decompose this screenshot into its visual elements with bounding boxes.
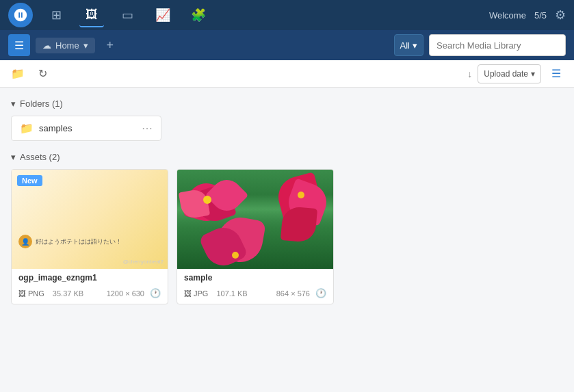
refresh-button[interactable]: ↻	[33, 64, 52, 83]
ogp-watermark: @cherryontreal2	[123, 259, 164, 265]
cloud-icon: ☁	[42, 40, 51, 51]
chevron-down-icon: ▾	[83, 40, 88, 51]
asset-size-ogp: 35.37 KB	[53, 289, 83, 298]
folder-item[interactable]: 📁 samples ⋯	[11, 116, 161, 141]
menu-button[interactable]: ☰	[8, 34, 30, 56]
sort-arrow-icon: ↓	[467, 68, 472, 79]
folder-more-button[interactable]: ⋯	[142, 122, 153, 135]
image-icon: 🖼	[18, 289, 26, 298]
asset-card-sample[interactable]: sample 🖼 JPG 107.1 KB 864 × 576 🕐	[177, 169, 334, 304]
image-icon-sample: 🖼	[184, 289, 192, 298]
analytics-nav-icon[interactable]: 📈	[151, 3, 175, 27]
search-input[interactable]	[429, 34, 566, 56]
welcome-text: Welcome	[489, 10, 526, 21]
filter-value: All	[400, 40, 410, 51]
home-label: Home	[55, 40, 79, 51]
asset-dims-sample: 864 × 576	[276, 289, 310, 298]
folder-view-icon[interactable]: 📁	[8, 64, 27, 83]
toolbar: 📁 ↻ ↓ Upload date ▾ ☰ Prev...	[0, 60, 574, 88]
assets-chevron-icon: ▾	[11, 152, 16, 162]
sample-thumbnail	[177, 170, 333, 269]
folder-icon: 📁	[20, 122, 34, 135]
folders-chevron-icon: ▾	[11, 99, 16, 109]
settings-icon[interactable]: ⚙	[555, 8, 566, 23]
add-folder-button[interactable]: +	[101, 36, 120, 55]
asset-dims-ogp: 1200 × 630	[107, 289, 144, 298]
assets-label: Assets (2)	[20, 152, 60, 162]
asset-date-icon-sample: 🕐	[315, 288, 326, 298]
folder-name: samples	[39, 123, 72, 133]
folder-item-left: 📁 samples	[20, 122, 72, 135]
nav-left: ⊞ 🖼 ▭ 📈 🧩	[8, 3, 211, 27]
folders-section-header[interactable]: ▾ Folders (1)	[11, 99, 563, 109]
asset-card-ogp[interactable]: New 👤 好はようポテトはは語りたい！ @cherryontreal2 ogp…	[11, 169, 168, 304]
asset-name-sample: sample	[177, 269, 333, 285]
filter-dropdown[interactable]: All ▾	[394, 34, 423, 56]
asset-grid: New 👤 好はようポテトはは語りたい！ @cherryontreal2 ogp…	[11, 169, 563, 304]
progress-text: 5/5	[534, 10, 547, 21]
asset-size-sample: 107.1 KB	[216, 289, 247, 298]
home-breadcrumb[interactable]: ☁ Home ▾	[36, 38, 95, 53]
folders-label: Folders (1)	[20, 99, 63, 109]
app-logo[interactable]	[8, 3, 33, 27]
top-nav: ⊞ 🖼 ▭ 📈 🧩 Welcome 5/5 ⚙	[0, 0, 574, 30]
ogp-text: 好はようポテトはは語りたい！	[36, 237, 122, 246]
asset-type-label-ogp: PNG	[28, 289, 44, 298]
search-area: All ▾	[394, 34, 566, 56]
assets-section-header[interactable]: ▾ Assets (2)	[11, 152, 563, 162]
sub-nav: ☰ ☁ Home ▾ + All ▾	[0, 30, 574, 60]
list-view-button[interactable]: ☰	[547, 64, 566, 83]
asset-meta-sample: 🖼 JPG 107.1 KB 864 × 576 🕐	[177, 285, 333, 304]
folder-grid: 📁 samples ⋯	[11, 116, 563, 141]
asset-type-label-sample: JPG	[194, 289, 208, 298]
main-content: ▾ Folders (1) 📁 samples ⋯ ▾ Assets (2) N…	[0, 88, 574, 392]
asset-name-ogp: ogp_image_ezngm1	[12, 269, 168, 285]
asset-type-sample: 🖼 JPG	[184, 289, 208, 298]
plugins-nav-icon[interactable]: 🧩	[186, 3, 211, 27]
nav-right: Welcome 5/5 ⚙	[489, 8, 566, 23]
sort-chevron-icon: ▾	[531, 69, 535, 79]
asset-type-ogp: 🖼 PNG	[18, 289, 44, 298]
asset-meta-ogp: 🖼 PNG 35.37 KB 1200 × 630 🕐	[12, 285, 168, 304]
dashboard-nav-icon[interactable]: ⊞	[44, 3, 68, 27]
media-nav-icon[interactable]: 🖼	[79, 3, 104, 27]
sort-dropdown[interactable]: Upload date ▾	[478, 64, 541, 83]
asset-date-icon-ogp: 🕐	[150, 288, 161, 298]
frames-nav-icon[interactable]: ▭	[115, 3, 140, 27]
new-badge: New	[17, 175, 42, 186]
sort-label: Upload date	[484, 69, 528, 79]
filter-chevron-icon: ▾	[413, 40, 417, 51]
